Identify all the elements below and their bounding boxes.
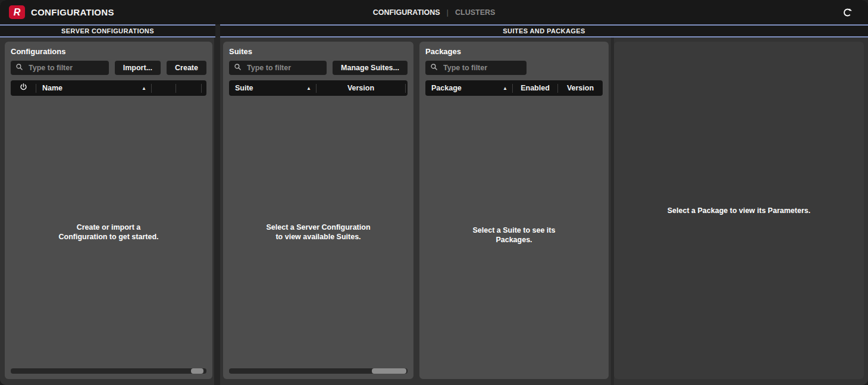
packages-table-header: Package ▲ Enabled Version [425,80,603,96]
suite-column-header[interactable]: Suite ▲ [229,80,316,96]
sort-asc-icon: ▲ [306,86,311,91]
parameters-panel: Select a Package to view its Parameters. [614,42,864,379]
tab-configurations[interactable]: CONFIGURATIONS [373,8,440,17]
header-end-spacer [406,80,408,96]
tab-clusters[interactable]: CLUSTERS [455,8,495,17]
suites-horizontal-scrollbar[interactable] [229,368,408,374]
configurations-filter[interactable] [11,61,109,75]
empty-state-line: Create or import a [58,223,158,232]
packages-empty-state: Select a Suite to see its Packages. [419,96,609,374]
refresh-icon [842,11,853,20]
manage-suites-button[interactable]: Manage Suites... [333,61,408,75]
header-end-spacer [202,80,206,96]
configurations-panel: Configurations Import... Create [5,42,212,379]
page-title: CONFIGURATIONS [31,7,114,17]
top-nav: CONFIGURATIONS | CLUSTERS [373,0,496,24]
configurations-table-header: Name ▲ [11,80,206,96]
configurations-horizontal-scrollbar[interactable] [11,368,206,374]
suites-empty-state: Select a Server Configuration to view av… [223,96,413,368]
packages-panel-title: Packages [419,42,609,61]
app-logo-icon: R [9,5,25,19]
suites-panel-title: Suites [223,42,413,61]
name-column-label: Name [42,84,62,92]
version-column-label: Version [567,84,594,92]
enabled-column-label: Enabled [521,84,550,92]
parameters-empty-state: Select a Package to view its Parameters. [668,206,810,215]
version-column-header[interactable]: Version [558,80,603,96]
app-window: R CONFIGURATIONS CONFIGURATIONS | CLUSTE… [0,0,868,385]
scrollbar-thumb[interactable] [372,368,406,374]
configurations-filter-input[interactable] [27,63,104,73]
sort-asc-icon: ▲ [142,86,146,91]
empty-state-line: Select a Suite to see its [473,226,556,235]
refresh-button[interactable] [841,5,854,19]
suites-panel: Suites Manage Suites... Suite ▲ [223,42,413,379]
configurations-empty-state: Create or import a Configuration to get … [5,96,212,368]
tab-separator: | [447,8,449,17]
section-header-server-configurations: SERVER CONFIGURATIONS [0,24,215,37]
suites-controls: Manage Suites... [223,61,413,75]
package-column-label: Package [431,84,462,92]
empty-state-line: Configuration to get started. [58,232,158,242]
blank-column-header[interactable] [152,80,176,96]
section-vertical-divider [214,37,220,385]
enabled-column-header[interactable]: Enabled [513,80,557,96]
suites-table-header: Suite ▲ Version [229,80,408,96]
version-column-label: Version [347,84,374,92]
scrollbar-thumb[interactable] [191,368,203,374]
empty-state-line: Packages. [473,235,556,245]
section-header-suites-and-packages: SUITES AND PACKAGES [220,24,868,37]
version-column-header[interactable]: Version [317,80,405,96]
search-icon [430,62,438,73]
configurations-panel-title: Configurations [5,42,212,61]
blank-column-header[interactable] [176,80,201,96]
search-icon [15,62,23,73]
sort-asc-icon: ▲ [503,86,507,91]
empty-state-line: to view available Suites. [266,232,370,242]
power-icon [19,83,28,93]
packages-filter[interactable] [425,61,527,75]
packages-panel: Packages Package ▲ [419,42,609,379]
import-button[interactable]: Import... [115,61,161,75]
configurations-controls: Import... Create [5,61,212,75]
main-content: Configurations Import... Create [0,37,868,385]
suite-column-label: Suite [235,84,253,92]
suites-filter[interactable] [229,61,327,75]
package-column-header[interactable]: Package ▲ [425,80,512,96]
search-icon [234,62,242,73]
section-header-divider [215,24,220,37]
top-bar: R CONFIGURATIONS CONFIGURATIONS | CLUSTE… [0,0,868,24]
name-column-header[interactable]: Name ▲ [36,80,151,96]
empty-state-line: Select a Server Configuration [266,223,370,232]
section-header-bar: SERVER CONFIGURATIONS SUITES AND PACKAGE… [0,24,868,37]
power-column-header[interactable] [11,80,36,96]
create-button[interactable]: Create [167,61,206,75]
suites-filter-input[interactable] [246,63,322,73]
packages-controls [419,61,609,75]
packages-filter-input[interactable] [442,63,522,73]
